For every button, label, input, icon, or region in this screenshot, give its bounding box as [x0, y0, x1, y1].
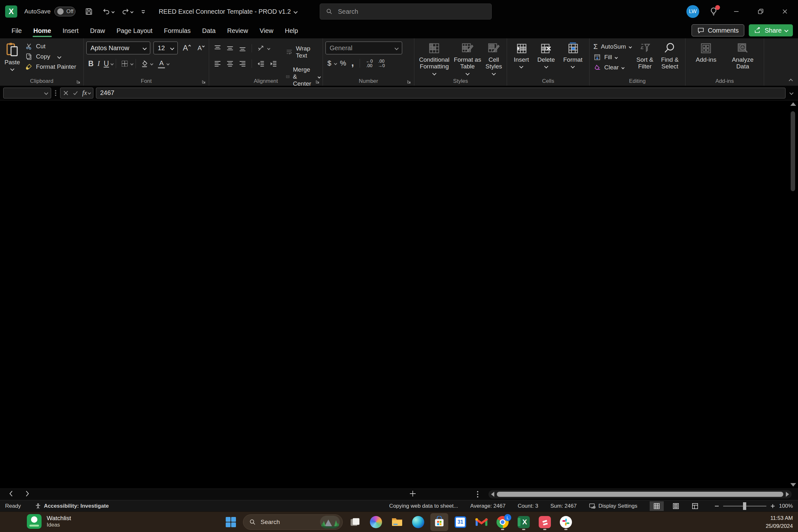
- accessibility-status-button[interactable]: Accessibility: Investigate: [35, 503, 109, 509]
- decrease-decimal-button[interactable]: .00→0: [376, 58, 387, 69]
- autosave-control[interactable]: AutoSave Off: [24, 7, 75, 16]
- expand-formula-bar-button[interactable]: [788, 91, 795, 95]
- zoom-slider-thumb[interactable]: [743, 502, 746, 510]
- tab-formulas[interactable]: Formulas: [158, 25, 196, 38]
- clear-button[interactable]: Clear: [592, 63, 633, 72]
- tab-review[interactable]: Review: [221, 25, 254, 38]
- format-painter-button[interactable]: Format Painter: [24, 62, 78, 72]
- align-left-button[interactable]: [212, 59, 224, 69]
- widgets-button[interactable]: Watchlist Ideas: [27, 514, 71, 529]
- copilot-button[interactable]: [367, 513, 385, 531]
- save-button[interactable]: [82, 5, 95, 18]
- enter-button[interactable]: [73, 90, 78, 96]
- tab-draw[interactable]: Draw: [84, 25, 111, 38]
- vertical-scroll-thumb[interactable]: [791, 111, 795, 191]
- worksheet-area[interactable]: [0, 100, 798, 489]
- font-family-select[interactable]: Aptos Narrow: [86, 41, 150, 54]
- zoom-slider[interactable]: [723, 506, 766, 507]
- tab-home[interactable]: Home: [27, 25, 57, 38]
- formula-bar-grip[interactable]: [54, 90, 58, 96]
- microsoft-store-button[interactable]: [430, 513, 448, 531]
- number-dialog-launcher[interactable]: [407, 79, 412, 84]
- borders-button[interactable]: [119, 58, 131, 69]
- sheet-options-button[interactable]: [477, 491, 478, 497]
- insert-function-button[interactable]: fx: [82, 89, 91, 97]
- taskbar-clock[interactable]: 11:53 AM 25/09/2024: [766, 514, 793, 530]
- red-app-button[interactable]: [536, 513, 554, 531]
- horizontal-scroll-thumb[interactable]: [497, 492, 783, 497]
- zoom-out-button[interactable]: [714, 504, 719, 509]
- tab-data[interactable]: Data: [196, 25, 221, 38]
- tab-view[interactable]: View: [254, 25, 279, 38]
- previous-sheet-button[interactable]: [8, 490, 14, 497]
- percent-style-button[interactable]: %: [338, 58, 348, 69]
- italic-button[interactable]: I: [96, 58, 102, 69]
- gmail-button[interactable]: [473, 513, 491, 531]
- font-dialog-launcher[interactable]: [202, 79, 206, 84]
- zoom-level[interactable]: 100%: [779, 503, 793, 509]
- share-button[interactable]: Share: [749, 24, 793, 36]
- tab-insert[interactable]: Insert: [57, 25, 84, 38]
- scroll-up-arrow[interactable]: [790, 102, 796, 106]
- alignment-dialog-launcher[interactable]: [315, 79, 320, 84]
- chrome-button[interactable]: L: [494, 513, 512, 531]
- page-break-preview-button[interactable]: [688, 501, 702, 511]
- align-center-button[interactable]: [224, 59, 236, 69]
- accounting-format-button[interactable]: $: [325, 58, 333, 69]
- wrap-text-button[interactable]: Wrap Text: [285, 44, 322, 60]
- taskbar-search[interactable]: Search: [243, 514, 343, 530]
- tab-page-layout[interactable]: Page Layout: [111, 25, 158, 38]
- shrink-font-button[interactable]: A: [196, 43, 206, 53]
- underline-button[interactable]: U: [102, 58, 111, 69]
- minimize-button[interactable]: [726, 2, 746, 21]
- scroll-down-arrow[interactable]: [790, 483, 796, 487]
- undo-button[interactable]: [102, 7, 114, 16]
- align-right-button[interactable]: [236, 59, 248, 69]
- page-layout-view-button[interactable]: [669, 501, 683, 511]
- tab-help[interactable]: Help: [279, 25, 304, 38]
- cut-button[interactable]: Cut: [24, 41, 78, 51]
- fill-button[interactable]: Fill: [592, 53, 633, 62]
- font-size-select[interactable]: 12: [153, 41, 177, 54]
- scroll-right-arrow[interactable]: [786, 492, 789, 497]
- edge-button[interactable]: [409, 513, 427, 531]
- fill-color-button[interactable]: [138, 58, 151, 69]
- bold-button[interactable]: B: [86, 58, 96, 69]
- search-box[interactable]: Search: [320, 3, 492, 19]
- autosave-toggle[interactable]: Off: [54, 7, 75, 16]
- file-explorer-button[interactable]: [388, 513, 406, 531]
- autosum-button[interactable]: Σ AutoSum: [592, 41, 633, 52]
- customize-quick-access-button[interactable]: [140, 8, 147, 15]
- comma-style-button[interactable]: ,: [349, 61, 356, 66]
- formula-input[interactable]: 2467: [96, 88, 785, 98]
- zoom-in-button[interactable]: [770, 504, 775, 509]
- next-sheet-button[interactable]: [24, 490, 30, 497]
- decrease-indent-button[interactable]: [255, 59, 267, 69]
- restore-button[interactable]: [751, 2, 771, 21]
- redo-button[interactable]: [121, 7, 133, 16]
- document-title[interactable]: REED Excel Connector Template - PROD v1.…: [158, 8, 297, 15]
- collapse-ribbon-button[interactable]: [790, 78, 792, 83]
- increase-decimal-button[interactable]: ←0.00: [364, 58, 375, 69]
- account-avatar[interactable]: LW: [685, 2, 701, 21]
- google-calendar-button[interactable]: 31: [452, 513, 469, 531]
- align-middle-button[interactable]: [224, 43, 236, 53]
- display-settings-button[interactable]: Display Settings: [589, 503, 638, 509]
- merge-center-button[interactable]: Merge & Center: [285, 65, 322, 88]
- normal-view-button[interactable]: [650, 501, 664, 511]
- tips-button[interactable]: [705, 2, 722, 21]
- scroll-left-arrow[interactable]: [491, 492, 494, 497]
- slack-button[interactable]: [557, 513, 575, 531]
- copy-button[interactable]: Copy: [24, 52, 78, 61]
- clipboard-dialog-launcher[interactable]: [76, 79, 81, 84]
- comments-button[interactable]: Comments: [691, 24, 744, 36]
- number-format-select[interactable]: General: [325, 41, 402, 54]
- font-color-button[interactable]: A: [156, 58, 167, 70]
- excel-taskbar-button[interactable]: X: [515, 513, 533, 531]
- align-bottom-button[interactable]: [236, 43, 248, 53]
- tab-file[interactable]: File: [6, 25, 27, 38]
- vertical-scrollbar[interactable]: [789, 102, 797, 487]
- align-top-button[interactable]: [212, 43, 224, 53]
- close-button[interactable]: [775, 2, 795, 21]
- horizontal-scrollbar[interactable]: [489, 490, 792, 498]
